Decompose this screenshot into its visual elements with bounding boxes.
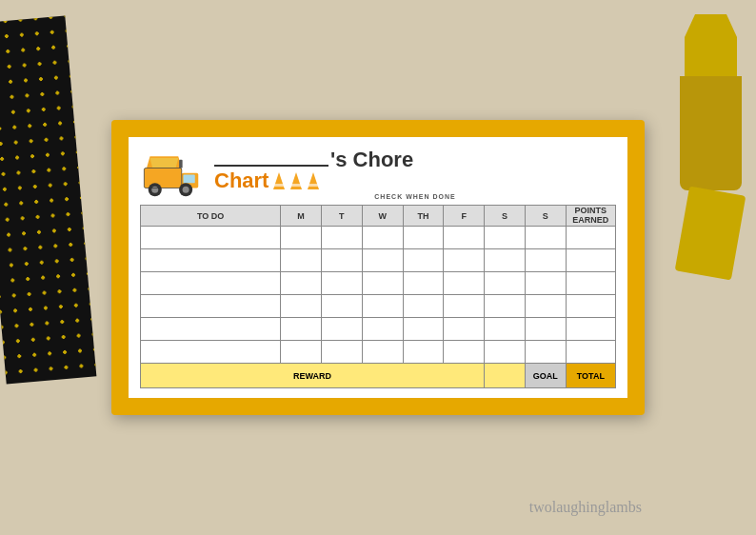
day-cell-5-s1[interactable] xyxy=(485,318,526,341)
reward-row: REWARD GOAL TOTAL xyxy=(141,364,616,388)
day-cell-3-f[interactable] xyxy=(444,272,485,295)
todo-cell-6[interactable] xyxy=(141,341,281,364)
svg-rect-4 xyxy=(184,175,195,184)
svg-marker-2 xyxy=(150,158,179,168)
day-cell-4-s1[interactable] xyxy=(485,295,526,318)
header-s1: S xyxy=(485,206,526,227)
reward-spacer xyxy=(485,364,526,388)
svg-marker-11 xyxy=(273,172,285,189)
day-cell-4-s2[interactable] xyxy=(525,295,566,318)
day-cell-1-s2[interactable] xyxy=(525,227,566,249)
svg-point-8 xyxy=(183,187,189,193)
watermark-text: twolaughinglambs xyxy=(529,499,642,516)
table-row xyxy=(141,249,616,272)
day-cell-2-t[interactable] xyxy=(321,249,362,272)
table-header-row: TO DO M T W TH F S S POINTS EARNED xyxy=(141,206,616,227)
header-points: POINTS EARNED xyxy=(566,206,615,227)
header-t: T xyxy=(321,206,362,227)
day-cell-6-f[interactable] xyxy=(444,341,485,364)
todo-cell-4[interactable] xyxy=(141,295,281,318)
day-cell-2-s2[interactable] xyxy=(525,249,566,272)
day-cell-1-m[interactable] xyxy=(281,227,322,249)
header-todo: TO DO xyxy=(141,206,281,227)
todo-cell-2[interactable] xyxy=(141,249,281,272)
svg-rect-12 xyxy=(273,184,285,187)
table-row xyxy=(141,341,616,364)
day-cell-4-th[interactable] xyxy=(403,295,444,318)
day-cell-3-th[interactable] xyxy=(403,272,444,295)
reward-label[interactable]: REWARD xyxy=(141,364,485,388)
points-cell-6[interactable] xyxy=(566,341,615,364)
svg-point-6 xyxy=(151,187,158,193)
day-cell-3-s1[interactable] xyxy=(485,272,526,295)
day-cell-5-th[interactable] xyxy=(403,318,444,341)
day-cell-6-w[interactable] xyxy=(362,341,403,364)
day-cell-4-t[interactable] xyxy=(321,295,362,318)
day-cell-3-w[interactable] xyxy=(362,272,403,295)
header-text-area: 's Chore Chart CHECK WHEN DONE xyxy=(214,149,616,200)
day-cell-1-s1[interactable] xyxy=(485,227,526,249)
chore-table: TO DO M T W TH F S S POINTS EARNED xyxy=(140,205,616,388)
table-row xyxy=(141,227,616,249)
day-cell-6-m[interactable] xyxy=(281,341,322,364)
chart-label: Chart xyxy=(214,170,269,191)
day-cell-5-t[interactable] xyxy=(321,318,362,341)
day-cell-2-s1[interactable] xyxy=(485,249,526,272)
day-cell-5-f[interactable] xyxy=(444,318,485,341)
day-cell-4-w[interactable] xyxy=(362,295,403,318)
points-cell-5[interactable] xyxy=(566,318,615,341)
day-cell-2-th[interactable] xyxy=(403,249,444,272)
chart-title-text: Chart xyxy=(214,170,320,191)
todo-cell-1[interactable] xyxy=(141,227,281,249)
table-row xyxy=(141,318,616,341)
day-cell-5-s2[interactable] xyxy=(525,318,566,341)
day-cell-3-s2[interactable] xyxy=(525,272,566,295)
day-cell-3-t[interactable] xyxy=(321,272,362,295)
day-cell-6-s2[interactable] xyxy=(525,341,566,364)
header-m: M xyxy=(281,206,322,227)
gold-clip-bottom xyxy=(680,76,742,190)
points-cell-2[interactable] xyxy=(566,249,615,272)
day-cell-5-w[interactable] xyxy=(362,318,403,341)
svg-rect-14 xyxy=(290,184,302,187)
svg-rect-16 xyxy=(308,184,319,187)
day-cell-4-f[interactable] xyxy=(444,295,485,318)
todo-cell-3[interactable] xyxy=(141,272,281,295)
chore-chart-inner: 's Chore Chart CHECK WHEN DONE xyxy=(129,137,627,398)
chart-header: 's Chore Chart CHECK WHEN DONE xyxy=(140,149,616,201)
day-cell-2-m[interactable] xyxy=(281,249,322,272)
day-cell-1-f[interactable] xyxy=(444,227,485,249)
check-when-done-text: CHECK WHEN DONE xyxy=(214,193,616,200)
day-cell-4-m[interactable] xyxy=(281,295,322,318)
day-cell-6-t[interactable] xyxy=(321,341,362,364)
day-cell-3-m[interactable] xyxy=(281,272,322,295)
svg-marker-13 xyxy=(290,172,302,189)
day-cell-2-w[interactable] xyxy=(362,249,403,272)
cone-icon-2 xyxy=(289,172,303,189)
day-cell-1-th[interactable] xyxy=(403,227,444,249)
points-cell-1[interactable] xyxy=(566,227,615,249)
day-cell-1-t[interactable] xyxy=(321,227,362,249)
table-row xyxy=(141,272,616,295)
day-cell-6-th[interactable] xyxy=(403,341,444,364)
total-label: TOTAL xyxy=(566,364,615,388)
header-f: F xyxy=(444,206,485,227)
points-cell-3[interactable] xyxy=(566,272,615,295)
chore-chart-container: 's Chore Chart CHECK WHEN DONE xyxy=(111,120,645,415)
svg-rect-0 xyxy=(144,168,181,188)
cone-icon-1 xyxy=(272,172,286,189)
header-w: W xyxy=(362,206,403,227)
header-s2: S xyxy=(525,206,566,227)
day-cell-6-s1[interactable] xyxy=(485,341,526,364)
name-line: 's Chore xyxy=(214,149,616,170)
goal-label: GOAL xyxy=(525,364,566,388)
day-cell-2-f[interactable] xyxy=(444,249,485,272)
todo-cell-5[interactable] xyxy=(141,318,281,341)
day-cell-5-m[interactable] xyxy=(281,318,322,341)
day-cell-1-w[interactable] xyxy=(362,227,403,249)
svg-rect-9 xyxy=(179,160,183,168)
header-th: TH xyxy=(403,206,444,227)
points-cell-4[interactable] xyxy=(566,295,615,318)
chore-title-text: 's Chore xyxy=(330,149,413,170)
name-blank xyxy=(214,165,328,167)
